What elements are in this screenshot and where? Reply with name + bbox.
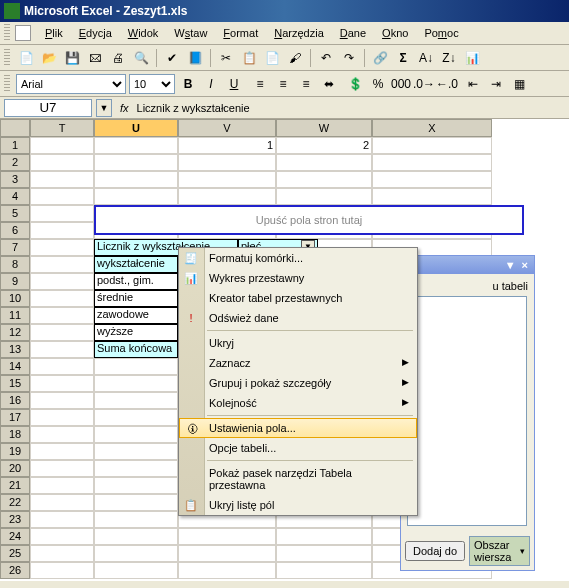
cell[interactable]	[94, 460, 178, 477]
cell[interactable]	[30, 460, 94, 477]
row-header[interactable]: 23	[0, 511, 30, 528]
cell[interactable]	[30, 528, 94, 545]
grid[interactable]: T U V W X 112234567891011121314151617181…	[0, 119, 569, 581]
row-header[interactable]: 8	[0, 256, 30, 273]
menu-narzedzia[interactable]: Narzędzia	[266, 25, 332, 41]
pivot-row-field[interactable]: wykształcenie	[94, 256, 178, 273]
cell[interactable]	[178, 545, 276, 562]
fx-label[interactable]: fx	[120, 102, 129, 114]
cell[interactable]	[94, 375, 178, 392]
new-icon[interactable]: 📄	[16, 48, 36, 68]
cell[interactable]	[94, 528, 178, 545]
cell[interactable]	[94, 392, 178, 409]
row-header[interactable]: 7	[0, 239, 30, 256]
research-icon[interactable]: 📘	[185, 48, 205, 68]
row-header[interactable]: 3	[0, 171, 30, 188]
undo-icon[interactable]: ↶	[316, 48, 336, 68]
row-header[interactable]: 14	[0, 358, 30, 375]
print-icon[interactable]: 🖨	[108, 48, 128, 68]
cell[interactable]	[94, 171, 178, 188]
mi-table-options[interactable]: Opcje tabeli...	[179, 438, 417, 458]
format-grip[interactable]	[4, 75, 10, 93]
cell[interactable]	[30, 290, 94, 307]
cell[interactable]	[30, 358, 94, 375]
cell[interactable]	[94, 494, 178, 511]
menu-format[interactable]: Format	[215, 25, 266, 41]
cell[interactable]	[178, 188, 276, 205]
row-header[interactable]: 9	[0, 273, 30, 290]
field-list-titlebar[interactable]: ▼ ×	[401, 256, 534, 274]
table-row[interactable]: zawodowe	[94, 307, 178, 324]
italic-button[interactable]: I	[201, 74, 221, 94]
cell[interactable]: 2	[276, 137, 372, 154]
save-icon[interactable]: 💾	[62, 48, 82, 68]
align-center-icon[interactable]: ≡	[273, 74, 293, 94]
toolbar-grip[interactable]	[4, 49, 10, 67]
percent-icon[interactable]: %	[368, 74, 388, 94]
row-header[interactable]: 24	[0, 528, 30, 545]
cell[interactable]	[30, 188, 94, 205]
row-header[interactable]: 21	[0, 477, 30, 494]
sum-icon[interactable]: Σ	[393, 48, 413, 68]
menu-wstaw[interactable]: Wstaw	[166, 25, 215, 41]
cell[interactable]	[30, 205, 94, 222]
menu-pomoc[interactable]: Pomoc	[416, 25, 466, 41]
pivot-grand-total-label[interactable]: Suma końcowa	[94, 341, 178, 358]
row-header[interactable]: 16	[0, 392, 30, 409]
dec-indent-icon[interactable]: ⇤	[463, 74, 483, 94]
row-header[interactable]: 18	[0, 426, 30, 443]
merge-icon[interactable]: ⬌	[319, 74, 339, 94]
formula-content[interactable]: Licznik z wykształcenie	[137, 102, 569, 114]
menu-widok[interactable]: Widok	[120, 25, 167, 41]
cell[interactable]	[178, 528, 276, 545]
mi-pivot-wizard[interactable]: Kreator tabel przestawnych	[179, 288, 417, 308]
cell[interactable]	[30, 137, 94, 154]
row-header[interactable]: 25	[0, 545, 30, 562]
row-header[interactable]: 15	[0, 375, 30, 392]
cell[interactable]	[276, 545, 372, 562]
cell[interactable]	[94, 477, 178, 494]
cell[interactable]	[30, 375, 94, 392]
borders-icon[interactable]: ▦	[509, 74, 529, 94]
row-header[interactable]: 20	[0, 460, 30, 477]
cell[interactable]	[276, 562, 372, 579]
cell[interactable]	[30, 307, 94, 324]
cell[interactable]	[94, 511, 178, 528]
cell[interactable]	[30, 154, 94, 171]
font-combo[interactable]: Arial	[16, 74, 126, 94]
col-U[interactable]: U	[94, 119, 178, 137]
cell[interactable]	[94, 358, 178, 375]
cut-icon[interactable]: ✂	[216, 48, 236, 68]
mi-pivot-chart[interactable]: 📊Wykres przestawny	[179, 268, 417, 288]
row-header[interactable]: 6	[0, 222, 30, 239]
cell[interactable]	[30, 392, 94, 409]
mi-order[interactable]: Kolejność▶	[179, 393, 417, 413]
row-header[interactable]: 10	[0, 290, 30, 307]
row-header[interactable]: 12	[0, 324, 30, 341]
menu-plik[interactable]: Plik	[37, 25, 71, 41]
mi-refresh[interactable]: !Odśwież dane	[179, 308, 417, 328]
row-header[interactable]: 17	[0, 409, 30, 426]
align-right-icon[interactable]: ≡	[296, 74, 316, 94]
row-header[interactable]: 4	[0, 188, 30, 205]
cell[interactable]	[276, 154, 372, 171]
menu-grip[interactable]	[4, 24, 10, 42]
size-combo[interactable]: 10	[129, 74, 175, 94]
mi-hide[interactable]: Ukryj	[179, 333, 417, 353]
cell[interactable]	[30, 477, 94, 494]
menu-okno[interactable]: Okno	[374, 25, 416, 41]
cell[interactable]	[178, 171, 276, 188]
table-row[interactable]: podst., gim.	[94, 273, 178, 290]
mi-select[interactable]: Zaznacz▶	[179, 353, 417, 373]
chevron-down-icon[interactable]: ▼	[505, 259, 516, 271]
cell[interactable]	[94, 426, 178, 443]
mi-hide-fieldlist[interactable]: 📋Ukryj listę pól	[179, 495, 417, 515]
col-T[interactable]: T	[30, 119, 94, 137]
cell[interactable]	[30, 273, 94, 290]
cell[interactable]	[276, 171, 372, 188]
doc-icon[interactable]	[15, 25, 31, 41]
cell[interactable]	[372, 154, 492, 171]
mi-group[interactable]: Grupuj i pokaż szczegóły▶	[179, 373, 417, 393]
menu-edycja[interactable]: Edycja	[71, 25, 120, 41]
row-header[interactable]: 13	[0, 341, 30, 358]
